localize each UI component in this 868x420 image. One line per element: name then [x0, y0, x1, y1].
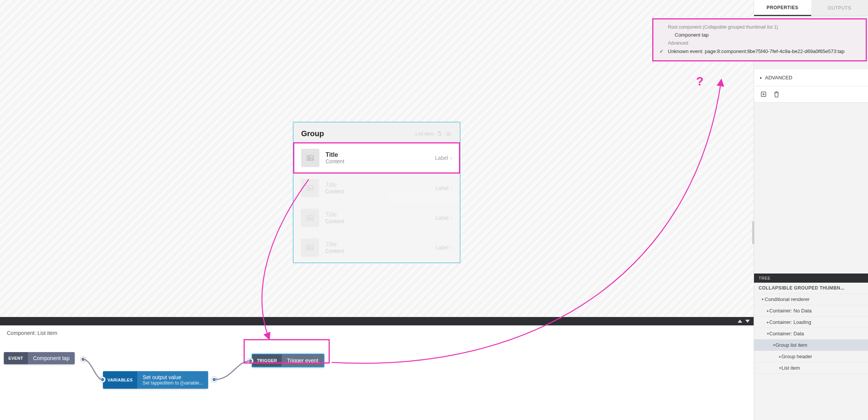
group-header: Group List item [294, 122, 460, 143]
list-item[interactable]: TitleContent Label› [294, 203, 460, 233]
image-placeholder-icon [301, 238, 319, 257]
list-item-selected[interactable]: Title Content Label › [293, 142, 460, 174]
tree-row[interactable]: ▾Conditional renderer [754, 294, 868, 305]
variables-node-sub: Set tappedItem to {{variable... [143, 380, 203, 386]
tree-row-selected[interactable]: ▾Group list item [754, 340, 868, 351]
tree-root-label: COLLAPSIBLE GROUPED THUMBN... [759, 285, 845, 291]
list-item-content: Content [325, 248, 429, 254]
caret-right-icon: ▸ [760, 76, 762, 80]
close-circle-icon[interactable] [445, 130, 452, 137]
caret-down-icon: ▾ [759, 331, 767, 336]
node-input-port[interactable] [100, 377, 105, 382]
right-panel: PROPERTIES OUTPUTS untitled ▸ ADVANCED T… [754, 0, 868, 420]
variables-node-title: Set output value [143, 374, 203, 380]
annotation-question-mark: ? [696, 74, 704, 89]
popover-advanced-label: Advanced [668, 39, 688, 47]
tab-properties[interactable]: PROPERTIES [754, 0, 811, 16]
caret-right-icon: ▸ [759, 354, 779, 359]
node-output-port[interactable] [212, 377, 217, 382]
trigger-node-tag: TRIGGER [252, 354, 282, 367]
event-node-tag: EVENT [4, 352, 28, 364]
tree-row-label: Group list item [775, 342, 807, 348]
popover-option-unknown-event[interactable]: Unknown event: page:8:component:8be75f40… [668, 47, 844, 56]
event-node-label: Component tap [33, 355, 70, 361]
tree-row-label: Container: No Data [769, 308, 812, 314]
check-icon: ✓ [659, 47, 664, 56]
duplicate-icon[interactable] [308, 354, 316, 354]
list-item-text: Title Content [326, 151, 429, 164]
tab-outputs[interactable]: OUTPUTS [811, 0, 868, 16]
chevron-right-icon: › [450, 155, 452, 161]
image-placeholder-icon [301, 179, 319, 197]
image-placeholder-icon [301, 209, 319, 227]
list-item[interactable]: TitleContent Label› [294, 173, 460, 203]
list-item-title: Title [326, 151, 429, 158]
tree-row-label: List item [781, 365, 800, 371]
group-header-right: List item [416, 130, 452, 137]
chevron-right-icon: › [451, 245, 452, 251]
list-item-content: Content [326, 158, 429, 164]
list-item-right: Label › [435, 155, 452, 161]
trigger-node-label: Trigger event [287, 357, 318, 364]
list-item-title: Title [325, 211, 429, 218]
tree-row[interactable]: ▾Container: Data [754, 328, 868, 340]
popover-root-label: Root component (Collapsible grouped thum… [668, 23, 778, 31]
tree-row-label: Group header [781, 354, 812, 359]
collapse-up-icon[interactable] [738, 320, 742, 323]
tree-row-label: Container: Loading [769, 319, 811, 325]
canvas[interactable]: Group List item Title Content [0, 0, 754, 317]
tree-root[interactable]: COLLAPSIBLE GROUPED THUMBN... [754, 283, 868, 294]
event-source-dropdown[interactable]: Root component (Collapsible grouped thum… [652, 18, 867, 61]
tree-row[interactable]: ▸Container: No Data [754, 305, 868, 317]
chevron-right-icon: › [451, 185, 452, 191]
expand-down-icon[interactable] [745, 320, 750, 323]
svg-point-4 [308, 157, 310, 158]
variables-node[interactable]: VARIABLES Set output value Set tappedIte… [103, 371, 208, 389]
popover-option-component-tap[interactable]: Component tap [668, 31, 709, 39]
caret-right-icon: ▸ [759, 320, 767, 324]
clipboard-icon[interactable] [436, 130, 443, 137]
caret-down-icon: ▾ [759, 297, 762, 301]
add-step-icon[interactable] [760, 91, 767, 98]
tree-row[interactable]: ▸Group header [754, 351, 868, 362]
delete-icon[interactable]: ✕ [317, 354, 324, 354]
tree-header: TREE [754, 274, 868, 283]
tree-row[interactable]: ▸Container: Loading [754, 317, 868, 328]
caret-down-icon: ▾ [759, 366, 779, 370]
tree-row[interactable]: ▾List item [754, 362, 868, 374]
list-item-label: Label [435, 245, 448, 251]
node-output-port[interactable] [80, 357, 86, 362]
event-node[interactable]: EVENT Component tap [4, 352, 75, 364]
list-item-label: Label [435, 215, 448, 221]
chevron-right-icon: › [451, 215, 452, 221]
action-icons-row [754, 86, 868, 103]
trigger-node[interactable]: ✕ TRIGGER Trigger event [252, 354, 324, 367]
caret-down-icon: ▾ [759, 343, 773, 347]
app-root: Group List item Title Content [0, 0, 868, 420]
group-card[interactable]: Group List item Title Content [293, 122, 460, 263]
node-input-port[interactable] [248, 358, 253, 364]
trash-icon[interactable] [773, 91, 780, 98]
variables-node-tag: VARIABLES [103, 371, 137, 389]
panel-resize-handle[interactable] [752, 221, 754, 244]
list-item-label: Label [435, 155, 448, 161]
list-item[interactable]: TitleContent Label› [294, 233, 460, 262]
group-header-tag: List item [416, 131, 434, 137]
right-panel-tabs: PROPERTIES OUTPUTS [754, 0, 868, 16]
group-title: Group [301, 129, 324, 138]
list-item-label: Label [435, 185, 448, 191]
tree-row-label: Conditional renderer [765, 296, 810, 302]
list-item-title: Title [325, 182, 429, 188]
panel-resize-bar[interactable] [0, 317, 754, 325]
section-advanced-label: ADVANCED [765, 75, 792, 80]
section-advanced[interactable]: ▸ ADVANCED [754, 69, 868, 86]
flow-context-label: Component: List item [7, 330, 57, 336]
list-item-content: Content [325, 218, 429, 224]
list-item-content: Content [325, 188, 429, 195]
svg-point-8 [308, 217, 310, 218]
logic-flow-editor[interactable]: Component: List item EVENT Component tap… [0, 325, 754, 420]
svg-point-6 [308, 187, 310, 188]
list-item-title: Title [325, 241, 429, 248]
tree-row-label: Container: Data [769, 331, 804, 336]
svg-point-10 [308, 246, 310, 248]
